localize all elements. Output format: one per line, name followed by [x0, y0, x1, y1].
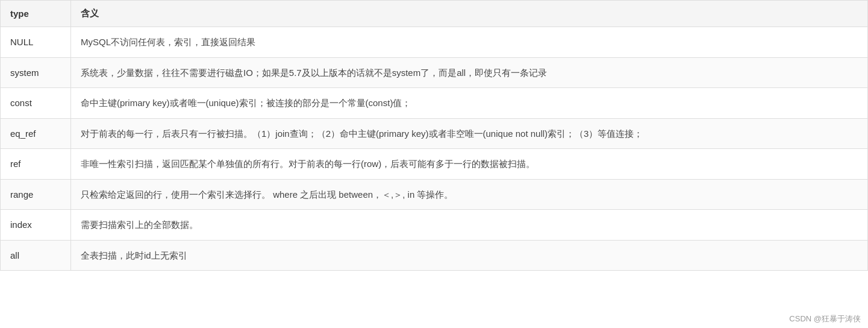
type-cell: const [1, 88, 71, 119]
type-cell: all [1, 240, 71, 271]
table-header-row: type 含义 [1, 1, 868, 27]
table-row: all全表扫描，此时id上无索引 [1, 240, 868, 271]
meaning-cell: 命中主键(primary key)或者唯一(unique)索引；被连接的部分是一… [71, 88, 868, 119]
meaning-cell: MySQL不访问任何表，索引，直接返回结果 [71, 27, 868, 58]
type-cell: range [1, 179, 71, 210]
meaning-cell: 系统表，少量数据，往往不需要进行磁盘IO；如果是5.7及以上版本的话就不是sys… [71, 57, 868, 88]
table-wrapper: type 含义 NULLMySQL不访问任何表，索引，直接返回结果system系… [0, 0, 868, 328]
type-cell: NULL [1, 27, 71, 58]
type-cell: ref [1, 149, 71, 180]
meaning-cell: 全表扫描，此时id上无索引 [71, 240, 868, 271]
meaning-cell: 非唯一性索引扫描，返回匹配某个单独值的所有行。对于前表的每一行(row)，后表可… [71, 149, 868, 180]
explain-type-table: type 含义 NULLMySQL不访问任何表，索引，直接返回结果system系… [0, 0, 868, 271]
table-row: range只检索给定返回的行，使用一个索引来选择行。 where 之后出现 be… [1, 179, 868, 210]
table-row: const命中主键(primary key)或者唯一(unique)索引；被连接… [1, 88, 868, 119]
meaning-cell: 只检索给定返回的行，使用一个索引来选择行。 where 之后出现 between… [71, 179, 868, 210]
table-row: eq_ref对于前表的每一行，后表只有一行被扫描。（1）join查询；（2）命中… [1, 118, 868, 149]
table-row: index需要扫描索引上的全部数据。 [1, 210, 868, 241]
table-row: ref非唯一性索引扫描，返回匹配某个单独值的所有行。对于前表的每一行(row)，… [1, 149, 868, 180]
type-cell: index [1, 210, 71, 241]
table-row: system系统表，少量数据，往往不需要进行磁盘IO；如果是5.7及以上版本的话… [1, 57, 868, 88]
type-cell: eq_ref [1, 118, 71, 149]
header-type: type [1, 1, 71, 27]
meaning-cell: 需要扫描索引上的全部数据。 [71, 210, 868, 241]
table-row: NULLMySQL不访问任何表，索引，直接返回结果 [1, 27, 868, 58]
watermark: CSDN @狂暴于涛侠 [789, 314, 861, 324]
meaning-cell: 对于前表的每一行，后表只有一行被扫描。（1）join查询；（2）命中主键(pri… [71, 118, 868, 149]
type-cell: system [1, 57, 71, 88]
header-meaning: 含义 [71, 1, 868, 27]
